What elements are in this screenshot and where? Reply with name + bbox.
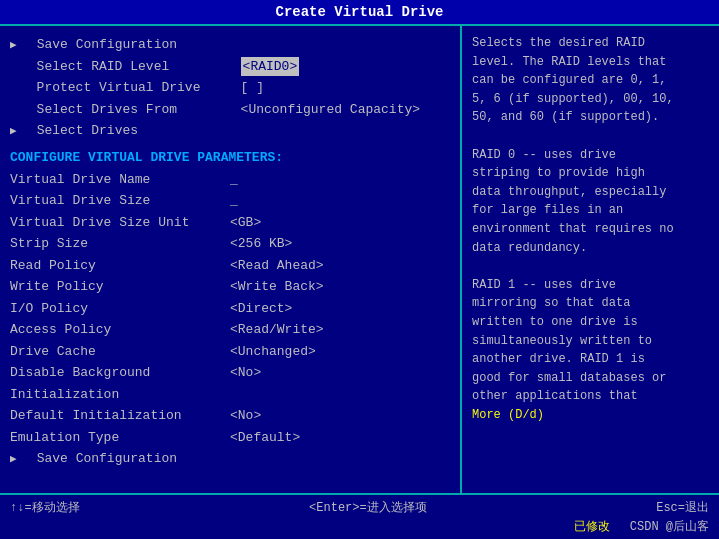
menu-item-read-policy[interactable]: Read Policy <Read Ahead> <box>10 255 450 277</box>
label-strip-size: Strip Size <box>10 234 230 254</box>
menu-item-emulation-type[interactable]: Emulation Type <Default> <box>10 427 450 449</box>
menu-item-write-policy[interactable]: Write Policy <Write Back> <box>10 276 450 298</box>
top-menu-items: ▶ Save Configuration Select RAID Level <… <box>10 34 450 142</box>
help-line-11: data redundancy. <box>472 241 587 255</box>
label-vd-size: Virtual Drive Size <box>10 191 230 211</box>
arrow-icon-save-top: ▶ <box>10 37 17 54</box>
menu-item-vd-size-unit[interactable]: Virtual Drive Size Unit <GB> <box>10 212 450 234</box>
esc-hint: Esc=退出 <box>656 499 709 516</box>
help-line-9: for large files in an <box>472 203 623 217</box>
bottom-bar: ↑↓=移动选择 <Enter>=进入选择项 Esc=退出 已修改 CSDN @后… <box>0 493 719 539</box>
label-protect: Protect Virtual Drive <box>21 78 241 98</box>
menu-item-io-policy[interactable]: I/O Policy <Direct> <box>10 298 450 320</box>
help-line-1: Selects the desired RAID <box>472 36 645 50</box>
arrow-icon-drives-from <box>10 102 17 119</box>
app: Create Virtual Drive ▶ Save Configuratio… <box>0 0 719 539</box>
help-line-12: RAID 1 -- uses drive <box>472 278 616 292</box>
label-drive-cache: Drive Cache <box>10 342 230 362</box>
arrow-icon-select-drives: ▶ <box>10 123 17 140</box>
label-select-drives-from: Select Drives From <box>21 100 241 120</box>
help-line-18: other applications that <box>472 389 638 403</box>
label-initialization: Initialization <box>10 385 230 405</box>
status-bar: ↑↓=移动选择 <Enter>=进入选择项 Esc=退出 <box>10 499 709 516</box>
value-emulation-type: <Default> <box>230 428 300 448</box>
value-strip-size: <256 KB> <box>230 234 292 254</box>
value-access-policy: <Read/Write> <box>230 320 324 340</box>
arrow-icon-protect <box>10 80 17 97</box>
label-vd-name: Virtual Drive Name <box>10 170 230 190</box>
value-write-policy: <Write Back> <box>230 277 324 297</box>
value-select-raid[interactable]: <RAID0> <box>241 57 300 77</box>
label-save-config-bottom: Save Configuration <box>21 449 241 469</box>
arrow-icon-raid <box>10 59 17 76</box>
menu-item-disable-bg[interactable]: Disable Background <No> <box>10 362 450 384</box>
left-panel: ▶ Save Configuration Select RAID Level <… <box>0 26 460 493</box>
help-line-15: simultaneously written to <box>472 334 652 348</box>
enter-hint: <Enter>=进入选择项 <box>309 499 427 516</box>
value-default-init: <No> <box>230 406 261 426</box>
menu-item-protect[interactable]: Protect Virtual Drive [ ] <box>10 77 450 99</box>
label-disable-bg: Disable Background <box>10 363 230 383</box>
label-read-policy: Read Policy <box>10 256 230 276</box>
menu-item-save-config-bottom[interactable]: ▶ Save Configuration <box>10 448 450 470</box>
value-io-policy: <Direct> <box>230 299 292 319</box>
menu-item-vd-size[interactable]: Virtual Drive Size _ <box>10 190 450 212</box>
arrow-icon-save-bottom: ▶ <box>10 451 17 468</box>
section-header-configure: CONFIGURE VIRTUAL DRIVE PARAMETERS: <box>10 150 450 165</box>
more-link[interactable]: More (D/d) <box>472 408 544 422</box>
menu-item-access-policy[interactable]: Access Policy <Read/Write> <box>10 319 450 341</box>
label-io-policy: I/O Policy <box>10 299 230 319</box>
config-items: Virtual Drive Name _ Virtual Drive Size … <box>10 169 450 449</box>
help-line-16: another drive. RAID 1 is <box>472 352 645 366</box>
label-select-raid: Select RAID Level <box>21 57 241 77</box>
label-access-policy: Access Policy <box>10 320 230 340</box>
menu-item-select-drives[interactable]: ▶ Select Drives <box>10 120 450 142</box>
value-select-drives-from: <Unconfigured Capacity> <box>241 100 420 120</box>
menu-item-drive-cache[interactable]: Drive Cache <Unchanged> <box>10 341 450 363</box>
menu-item-initialization[interactable]: Initialization <box>10 384 450 406</box>
help-line-7: striping to provide high <box>472 166 645 180</box>
label-write-policy: Write Policy <box>10 277 230 297</box>
help-line-3: can be configured are 0, 1, <box>472 73 666 87</box>
label-default-init: Default Initialization <box>10 406 230 426</box>
help-line-4: 5, 6 (if supported), 00, 10, <box>472 92 674 106</box>
help-line-17: good for small databases or <box>472 371 666 385</box>
window-title: Create Virtual Drive <box>275 4 443 20</box>
credit-label: CSDN @后山客 <box>630 518 709 535</box>
menu-item-vd-name[interactable]: Virtual Drive Name _ <box>10 169 450 191</box>
help-line-2: level. The RAID levels that <box>472 55 666 69</box>
value-disable-bg: <No> <box>230 363 261 383</box>
right-panel: Selects the desired RAID level. The RAID… <box>462 26 702 493</box>
title-bar: Create Virtual Drive <box>0 0 719 26</box>
menu-item-select-raid[interactable]: Select RAID Level <RAID0> <box>10 56 450 78</box>
help-line-8: data throughput, especially <box>472 185 666 199</box>
value-drive-cache: <Unchanged> <box>230 342 316 362</box>
help-line-13: mirroring so that data <box>472 296 630 310</box>
nav-hint: ↑↓=移动选择 <box>10 499 80 516</box>
help-line-10: environment that requires no <box>472 222 674 236</box>
value-protect: [ ] <box>241 78 264 98</box>
main-content: ▶ Save Configuration Select RAID Level <… <box>0 26 719 493</box>
value-vd-size: _ <box>230 191 238 211</box>
modified-label: 已修改 <box>574 518 610 535</box>
label-emulation-type: Emulation Type <box>10 428 230 448</box>
label-select-drives: Select Drives <box>21 121 241 141</box>
menu-item-default-init[interactable]: Default Initialization <No> <box>10 405 450 427</box>
help-line-14: written to one drive is <box>472 315 638 329</box>
value-read-policy: <Read Ahead> <box>230 256 324 276</box>
menu-item-strip-size[interactable]: Strip Size <256 KB> <box>10 233 450 255</box>
help-text: Selects the desired RAID level. The RAID… <box>472 34 692 424</box>
menu-item-select-drives-from[interactable]: Select Drives From <Unconfigured Capacit… <box>10 99 450 121</box>
label-vd-size-unit: Virtual Drive Size Unit <box>10 213 230 233</box>
value-vd-name: _ <box>230 170 238 190</box>
info-bar: 已修改 CSDN @后山客 <box>10 518 709 535</box>
value-vd-size-unit: <GB> <box>230 213 261 233</box>
label-save-config-top: Save Configuration <box>21 35 241 55</box>
help-line-6: RAID 0 -- uses drive <box>472 148 616 162</box>
help-line-5: 50, and 60 (if supported). <box>472 110 659 124</box>
menu-item-save-config-top[interactable]: ▶ Save Configuration <box>10 34 450 56</box>
